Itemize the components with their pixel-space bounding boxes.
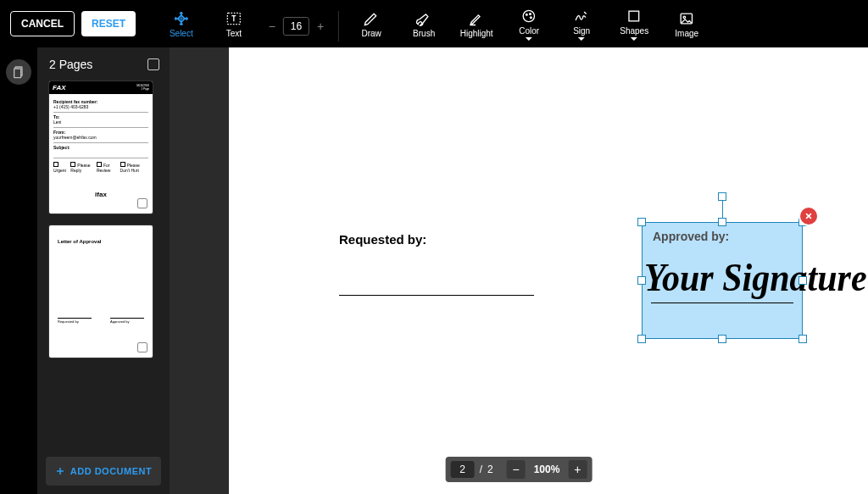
page-navigator: / 2 − 100% + [446,457,593,482]
resize-handle-l[interactable] [637,276,646,285]
rotate-stem [722,201,723,218]
add-document-label: ADD DOCUMENT [70,466,152,476]
tool-image[interactable]: Image [666,5,707,42]
svg-rect-5 [629,11,639,21]
chevron-down-icon [578,36,585,41]
current-page-input[interactable] [451,461,475,478]
requested-by-label: Requested by: [339,232,426,247]
tool-shapes-label: Shapes [620,26,648,36]
svg-point-1 [524,10,535,21]
font-size-increase[interactable]: + [314,19,326,33]
tool-image-label: Image [675,29,698,38]
reset-button[interactable]: RESET [81,11,136,36]
tool-highlight-label: Highlight [460,29,493,38]
toolbar-separator [338,11,339,42]
svg-point-2 [526,14,528,15]
tool-draw-label: Draw [362,29,381,38]
resize-handle-b[interactable] [718,335,726,343]
resize-handle-br[interactable] [798,335,807,343]
chevron-down-icon [631,36,637,41]
tool-color[interactable]: Color [509,5,549,42]
svg-rect-9 [14,69,21,78]
tool-sign-label: Sign [573,26,590,36]
tool-select[interactable]: Select [161,5,202,42]
toolbar-left-group: CANCEL RESET [10,11,136,36]
resize-handle-bl[interactable] [637,335,646,343]
editor-canvas: Requested by: Approved by: Your Signatur… [170,47,868,494]
tool-color-label: Color [519,26,539,36]
svg-point-7 [683,16,686,18]
thumb1-brand: ifax [49,191,153,198]
font-size-control: − 16 + [266,8,326,45]
document-page[interactable]: Requested by: Approved by: Your Signatur… [229,47,868,494]
select-all-checkbox[interactable] [147,58,159,70]
page-thumbnail-1[interactable]: FAX 04/24/2024 1 Page Recipient fax numb… [49,81,153,214]
approved-by-label: Approved by: [653,230,729,243]
thumb1-select-checkbox[interactable] [137,198,147,208]
tool-highlight[interactable]: Highlight [456,5,497,42]
tool-shapes[interactable]: Shapes [614,5,654,42]
tool-draw[interactable]: Draw [351,5,392,42]
tool-select-label: Select [170,29,193,38]
signature-text: Your Signature [644,258,800,297]
editor-toolbar: CANCEL RESET Select Text − 16 + [0,0,868,47]
zoom-in-button[interactable]: + [568,460,587,479]
toolbar-center-group: Select Text − 16 + Draw Brush [161,0,707,47]
resize-handle-tl[interactable] [637,218,646,226]
total-pages: 2 [487,463,493,475]
cancel-button[interactable]: CANCEL [10,11,75,36]
add-document-button[interactable]: ADD DOCUMENT [46,457,161,486]
zoom-value: 100% [529,463,565,475]
tool-text[interactable]: Text [214,5,254,42]
zoom-out-button[interactable]: − [507,460,526,479]
page-thumbnails: FAX 04/24/2024 1 Page Recipient fax numb… [37,76,170,448]
signature-underline [651,303,793,303]
sidebar-header: 2 Pages [37,47,170,76]
svg-point-4 [531,16,532,18]
thumb2-select-checkbox[interactable] [137,342,147,352]
svg-point-3 [530,13,531,14]
pages-count: 2 Pages [49,58,92,71]
pages-sidebar: 2 Pages FAX 04/24/2024 1 Page Recipient … [37,47,170,494]
requested-by-line [339,295,534,296]
left-rail [0,47,37,494]
page-slash: / [480,463,482,475]
rotate-handle[interactable] [718,192,726,201]
pages-rail-button[interactable] [6,59,31,85]
tool-text-label: Text [226,29,242,38]
tool-sign[interactable]: Sign [561,5,602,42]
delete-selection-button[interactable] [800,208,817,225]
font-size-value[interactable]: 16 [283,17,309,36]
page-thumbnail-2[interactable]: Letter of Approval Requested by Approved… [49,225,153,358]
signature-selection-box[interactable]: Approved by: Your Signature [642,222,803,339]
thumb1-fax-title: FAX [53,84,66,92]
tool-brush[interactable]: Brush [403,5,444,42]
font-size-decrease[interactable]: − [266,19,278,33]
thumb2-title: Letter of Approval [58,239,144,244]
resize-handle-r[interactable] [798,276,807,285]
chevron-down-icon [526,36,532,41]
resize-handle-t[interactable] [718,218,726,226]
tool-brush-label: Brush [413,29,435,38]
